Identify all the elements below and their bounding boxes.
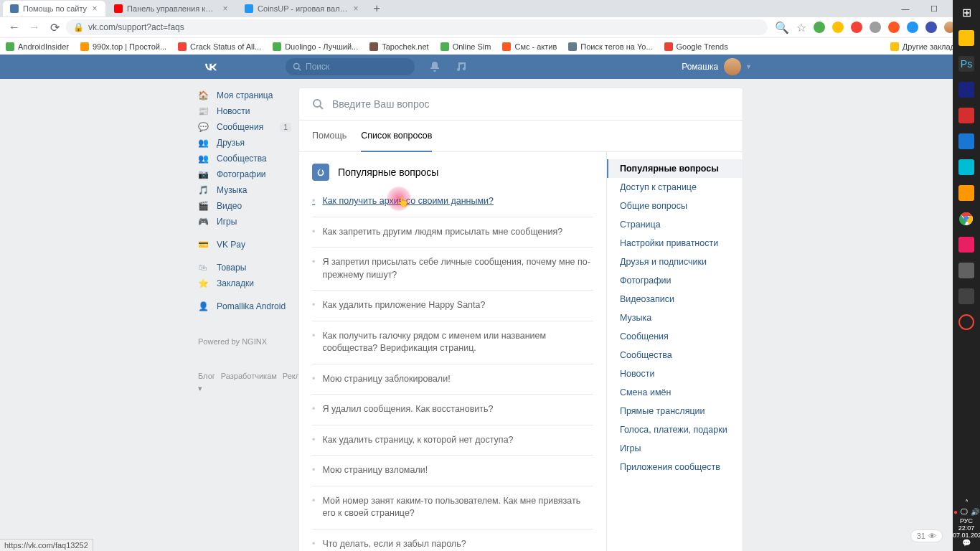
- clock-date[interactable]: 07.01.2020: [953, 532, 980, 539]
- footer-link[interactable]: Блог: [198, 372, 215, 380]
- category-item[interactable]: Сообщества: [607, 346, 743, 364]
- bookmark-item[interactable]: Google Trends: [664, 42, 728, 51]
- other-bookmarks[interactable]: Другие закладки: [890, 42, 963, 51]
- bookmark-item[interactable]: Смс - актив: [502, 42, 557, 51]
- category-item[interactable]: Страница: [607, 215, 743, 234]
- tab-help[interactable]: Помощь: [312, 121, 347, 151]
- extension-icon[interactable]: [851, 22, 862, 33]
- category-item[interactable]: Голоса, платежи, подарки: [607, 420, 743, 439]
- category-item[interactable]: Музыка: [607, 309, 743, 327]
- sidebar-item-music[interactable]: 🎵Музыка: [198, 182, 291, 198]
- taskbar-app-icon[interactable]: [958, 237, 974, 253]
- sidebar-item-groups[interactable]: 👥Сообщества: [198, 151, 291, 166]
- browser-tab[interactable]: CoinsUP - игровая валюта, пр ×: [237, 1, 367, 17]
- star-icon[interactable]: ☆: [796, 21, 806, 34]
- category-item[interactable]: Приложения сообществ: [607, 458, 743, 476]
- category-item[interactable]: Общие вопросы: [607, 197, 743, 215]
- question-link[interactable]: Как удалить страницу, к которой нет дост…: [312, 425, 593, 456]
- category-item[interactable]: Игры: [607, 439, 743, 458]
- taskbar-app-icon[interactable]: [958, 108, 974, 123]
- category-item[interactable]: Новости: [607, 364, 743, 383]
- bookmark-item[interactable]: Tapochek.net: [369, 42, 428, 51]
- tab-questions-list[interactable]: Список вопросов: [361, 121, 432, 152]
- new-tab-button[interactable]: +: [368, 2, 385, 15]
- sidebar-item-msg[interactable]: 💬Сообщения1: [198, 119, 291, 135]
- language-indicator[interactable]: РУС: [953, 517, 980, 524]
- question-link[interactable]: Я запретил присылать себе личные сообщен…: [312, 248, 593, 291]
- question-link[interactable]: Как удалить приложение Happy Santa?: [312, 291, 593, 321]
- back-button[interactable]: ←: [6, 19, 23, 36]
- close-icon[interactable]: ×: [222, 5, 229, 12]
- bookmark-item[interactable]: Duolingo - Лучший...: [273, 42, 358, 51]
- bell-icon[interactable]: [429, 61, 440, 72]
- sidebar-item-video[interactable]: 🎬Видео: [198, 198, 291, 214]
- category-item[interactable]: Популярные вопросы: [607, 159, 743, 178]
- bookmark-item[interactable]: 990x.top | Простой...: [80, 42, 166, 51]
- photoshop-icon[interactable]: Ps: [958, 56, 974, 72]
- question-link[interactable]: Я удалил сообщения. Как восстановить?: [312, 395, 593, 425]
- footer-link[interactable]: Разработчикам: [221, 372, 277, 380]
- maximize-button[interactable]: ☐: [920, 0, 948, 17]
- sidebar-item-news[interactable]: 📰Новости: [198, 103, 291, 119]
- extension-icon[interactable]: [814, 22, 825, 33]
- sidebar-item-bookmark[interactable]: ⭐Закладки: [198, 276, 291, 291]
- address-bar[interactable]: 🔒 vk.com/support?act=faqs: [66, 19, 768, 35]
- forward-button[interactable]: →: [26, 19, 43, 36]
- extension-icon[interactable]: [907, 22, 918, 33]
- notification-icon[interactable]: 💬: [962, 539, 971, 547]
- category-item[interactable]: Прямые трансляции: [607, 402, 743, 420]
- taskbar-app-icon[interactable]: [958, 288, 974, 304]
- volume-icon[interactable]: 🔊: [971, 508, 979, 516]
- category-item[interactable]: Доступ к странице: [607, 178, 743, 197]
- extension-icon[interactable]: [888, 22, 900, 33]
- browser-tab[interactable]: Помощь по сайту ×: [3, 1, 105, 17]
- category-item[interactable]: Настройки приватности: [607, 234, 743, 253]
- question-link[interactable]: Как получить архив со своими данными?: [312, 187, 593, 217]
- reload-button[interactable]: ⟳: [46, 19, 63, 36]
- user-menu[interactable]: Ромашка ▼: [682, 58, 752, 75]
- browser-tab[interactable]: Панель управления каналом - ×: [107, 1, 236, 17]
- chrome-icon[interactable]: [958, 211, 974, 227]
- category-item[interactable]: Сообщения: [607, 327, 743, 346]
- zoom-icon[interactable]: 🔍: [775, 21, 789, 34]
- record-icon[interactable]: [958, 314, 974, 330]
- minimize-button[interactable]: —: [891, 0, 920, 17]
- taskbar-app-icon[interactable]: [958, 30, 974, 46]
- extension-icon[interactable]: [832, 22, 844, 33]
- sidebar-item-pay[interactable]: 💳VK Pay: [198, 237, 291, 253]
- bookmark-item[interactable]: AndroidInsider: [6, 42, 69, 51]
- taskbar-app-icon[interactable]: [958, 133, 974, 149]
- music-icon[interactable]: [455, 61, 466, 72]
- sidebar-item-person[interactable]: 👤Pomallika Android: [198, 298, 291, 314]
- question-link[interactable]: Как получить галочку рядом с именем или …: [312, 321, 593, 364]
- windows-start-icon[interactable]: ⊞: [958, 4, 974, 20]
- monitor-icon[interactable]: 🖵: [961, 508, 968, 516]
- category-item[interactable]: Фотографии: [607, 271, 743, 290]
- clock-time[interactable]: 22:07: [953, 524, 980, 532]
- sidebar-item-games[interactable]: 🎮Игры: [198, 214, 291, 230]
- system-tray[interactable]: ˄ ● 🖵 🔊 РУС 22:07 07.01.2020 💬: [953, 496, 980, 551]
- taskbar-app-icon[interactable]: [958, 159, 974, 175]
- taskbar-app-icon[interactable]: [958, 263, 974, 278]
- close-icon[interactable]: ×: [91, 5, 98, 12]
- question-link[interactable]: Мой номер занят каким-то пользователем. …: [312, 486, 593, 529]
- sidebar-item-home[interactable]: 🏠Моя страница: [198, 88, 291, 103]
- bookmark-item[interactable]: Online Sim: [440, 42, 491, 51]
- category-item[interactable]: Друзья и подписчики: [607, 253, 743, 271]
- search-input[interactable]: Поиск: [286, 58, 415, 75]
- category-item[interactable]: Смена имён: [607, 383, 743, 402]
- taskbar-app-icon[interactable]: [958, 82, 974, 98]
- extension-icon[interactable]: [925, 22, 937, 33]
- question-link[interactable]: Что делать, если я забыл пароль?: [312, 529, 593, 552]
- category-item[interactable]: Видеозаписи: [607, 290, 743, 309]
- question-link[interactable]: Как запретить другим людям присылать мне…: [312, 217, 593, 248]
- extension-icon[interactable]: [870, 22, 881, 33]
- question-link[interactable]: Мою страницу заблокировали!: [312, 364, 593, 395]
- chevron-up-icon[interactable]: ˄: [965, 499, 969, 507]
- bookmark-item[interactable]: Поиск тегов на Yo...: [568, 42, 652, 51]
- taskbar-app-icon[interactable]: [958, 185, 974, 201]
- question-link[interactable]: Мою страницу взломали!: [312, 456, 593, 486]
- sidebar-item-friends[interactable]: 👥Друзья: [198, 135, 291, 151]
- sidebar-item-market[interactable]: 🛍Товары: [198, 260, 291, 276]
- bookmark-item[interactable]: Crack Status of All...: [178, 42, 261, 51]
